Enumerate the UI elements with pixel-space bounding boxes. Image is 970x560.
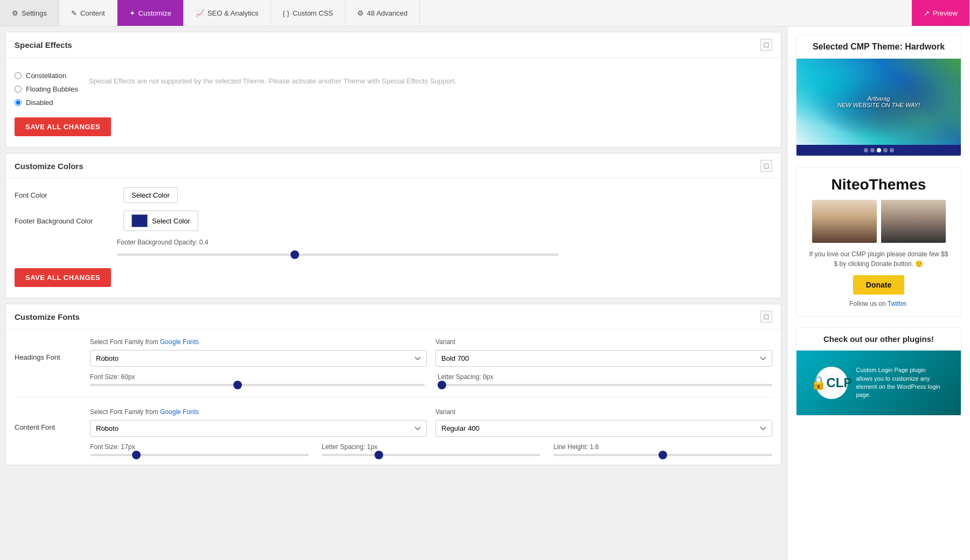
preview-icon: ↗ <box>924 9 930 17</box>
headings-font-family-select[interactable]: Roboto Open Sans Lato <box>90 350 427 367</box>
donate-button[interactable]: Donate <box>853 275 904 295</box>
clp-description: Custom Login Page plugin allows you to c… <box>856 366 943 400</box>
dot-2 <box>870 148 875 152</box>
twitter-follow-text: Follow us on Twitter. <box>805 300 952 307</box>
special-effects-collapse-icon[interactable]: □ <box>760 39 772 51</box>
content-letter-spacing-slider[interactable] <box>322 454 541 456</box>
customize-icon: ✦ <box>129 9 135 17</box>
special-effects-body: Constellation Floating Bubbles Disabled <box>6 58 781 147</box>
radio-floating-bubbles[interactable]: Floating Bubbles <box>15 85 78 93</box>
dot-3 <box>877 148 881 152</box>
tab-css[interactable]: { } Custom CSS <box>271 0 345 26</box>
special-effects-save-button[interactable]: SAVE ALL CHANGES <box>15 117 111 136</box>
other-plugins-title: Check out our other plugins! <box>796 328 961 351</box>
tab-seo[interactable]: 📈 SEO & Analytics <box>184 0 271 26</box>
theme-preview-text: ArtbaragNEW WEBSITE ON THE WAY! <box>837 95 920 108</box>
tab-content[interactable]: ✎ Content <box>59 0 117 26</box>
content-font-right: Select Font Family from Google Fonts Rob… <box>90 408 772 456</box>
customize-fonts-header: Customize Fonts □ <box>6 304 781 330</box>
customize-colors-header: Customize Colors □ <box>6 153 781 179</box>
content-icon: ✎ <box>71 9 77 17</box>
headings-letter-spacing-slider[interactable] <box>438 384 772 386</box>
photo-man1 <box>812 200 877 243</box>
niteothemes-title: NiteoThemes <box>805 176 952 193</box>
content-variant-col: Variant Regular 400 Bold 700 Light 300 <box>435 408 772 437</box>
headings-google-fonts-text: Select Font Family from Google Fonts <box>90 338 427 346</box>
settings-icon: ⚙ <box>12 9 18 17</box>
footer-bg-color-row: Footer Background Color Select Color <box>15 211 772 231</box>
content-font-size-slider-item: Font Size: 17px <box>90 443 309 456</box>
content-font-family-row: Select Font Family from Google Fonts Rob… <box>90 408 772 437</box>
tab-preview[interactable]: ↗ Preview <box>912 0 970 26</box>
font-color-select-button[interactable]: Select Color <box>123 187 178 203</box>
customize-fonts-title: Customize Fonts <box>15 312 80 321</box>
photo-man2 <box>881 200 946 243</box>
opacity-slider[interactable] <box>117 254 559 256</box>
other-plugins-section: Check out our other plugins! 🔒CLP Custom… <box>796 327 961 416</box>
clp-banner: 🔒CLP Custom Login Page plugin allows you… <box>796 351 961 415</box>
dot-5 <box>890 148 894 152</box>
footer-bg-select-button[interactable]: Select Color <box>123 211 198 231</box>
footer-opacity-row: Footer Background Opacity: 0.4 <box>117 239 772 257</box>
special-effects-notice: Special Effects are not supported by the… <box>78 66 772 96</box>
floating-bubbles-radio[interactable] <box>15 86 22 93</box>
headings-variant-label: Variant <box>435 338 772 346</box>
headings-font-size-slider-item: Font Size: 60px <box>90 373 425 386</box>
disabled-radio[interactable] <box>15 99 22 106</box>
content-font-label: Content Font <box>15 423 55 431</box>
content-font-size-slider[interactable] <box>90 454 309 456</box>
customize-colors-section: Customize Colors □ Font Color Select Col… <box>5 153 781 298</box>
headings-font-size-label: Font Size: 60px <box>90 373 425 381</box>
clp-icon: 🔒CLP <box>815 367 848 399</box>
content-font-family-col: Select Font Family from Google Fonts Rob… <box>90 408 427 437</box>
content-line-height-slider[interactable] <box>553 454 772 456</box>
content-sliders-row: Font Size: 17px Letter Spacing: 1px Line… <box>90 443 772 456</box>
css-icon: { } <box>283 9 289 17</box>
customize-colors-save-button[interactable]: SAVE ALL CHANGES <box>15 268 111 287</box>
content-letter-spacing-slider-item: Letter Spacing: 1px <box>322 443 541 456</box>
headings-font-row: Headings Font Select Font Family from Go… <box>15 338 772 386</box>
headings-google-fonts-link[interactable]: Google Fonts <box>160 338 199 346</box>
theme-title: Selected CMP Theme: Hardwork <box>796 36 961 59</box>
niteothemes-desc: If you love our CMP plugin please donate… <box>805 249 952 269</box>
font-color-label: Font Color <box>15 191 117 199</box>
tab-advanced[interactable]: ⚙ 48 Advanced <box>345 0 420 26</box>
headings-variant-col: Variant Bold 700 Regular 400 Light 300 <box>435 338 772 367</box>
radio-disabled[interactable]: Disabled <box>15 99 78 107</box>
customize-colors-title: Customize Colors <box>15 162 84 171</box>
special-effects-inner: Constellation Floating Bubbles Disabled <box>15 66 772 112</box>
seo-icon: 📈 <box>196 9 204 17</box>
headings-letter-spacing-label: Letter Spacing: 0px <box>438 373 772 381</box>
dot-4 <box>883 148 888 152</box>
opacity-slider-container <box>117 249 559 257</box>
tab-settings[interactable]: ⚙ Settings <box>0 0 59 26</box>
special-effects-header: Special Effects □ <box>6 32 781 58</box>
customize-fonts-collapse-icon[interactable]: □ <box>760 311 772 323</box>
footer-bg-label: Footer Background Color <box>15 217 117 225</box>
footer-bg-swatch <box>131 214 148 227</box>
theme-preview-section: Selected CMP Theme: Hardwork ArtbaragNEW… <box>796 35 961 156</box>
content-font-family-select[interactable]: Roboto Open Sans Lato <box>90 420 427 437</box>
constellation-radio[interactable] <box>15 72 22 79</box>
theme-preview-image: ArtbaragNEW WEBSITE ON THE WAY! <box>796 59 961 145</box>
content-variant-label: Variant <box>435 408 772 416</box>
advanced-icon: ⚙ <box>357 9 364 17</box>
content-google-fonts-link[interactable]: Google Fonts <box>160 408 199 416</box>
left-area: Special Effects □ Constellation Floating… <box>0 26 787 560</box>
content-variant-select[interactable]: Regular 400 Bold 700 Light 300 <box>435 420 772 437</box>
opacity-label: Footer Background Opacity: 0.4 <box>117 239 772 246</box>
customize-colors-collapse-icon[interactable]: □ <box>760 160 772 172</box>
niteothemes-photos <box>805 200 952 243</box>
twitter-link[interactable]: Twitter <box>888 300 906 307</box>
headings-variant-select[interactable]: Bold 700 Regular 400 Light 300 <box>435 350 772 367</box>
font-color-row: Font Color Select Color <box>15 187 772 203</box>
main-layout: Special Effects □ Constellation Floating… <box>0 26 970 560</box>
headings-font-size-slider[interactable] <box>90 384 425 386</box>
content-line-height-label: Line Height: 1.6 <box>553 443 772 451</box>
headings-letter-spacing-slider-item: Letter Spacing: 0px <box>438 373 772 386</box>
tab-customize[interactable]: ✦ Customize <box>117 0 184 26</box>
headings-font-family-col: Select Font Family from Google Fonts Rob… <box>90 338 427 367</box>
headings-font-right: Select Font Family from Google Fonts Rob… <box>90 338 772 386</box>
radio-constellation[interactable]: Constellation <box>15 72 78 80</box>
content-font-size-label: Font Size: 17px <box>90 443 309 451</box>
